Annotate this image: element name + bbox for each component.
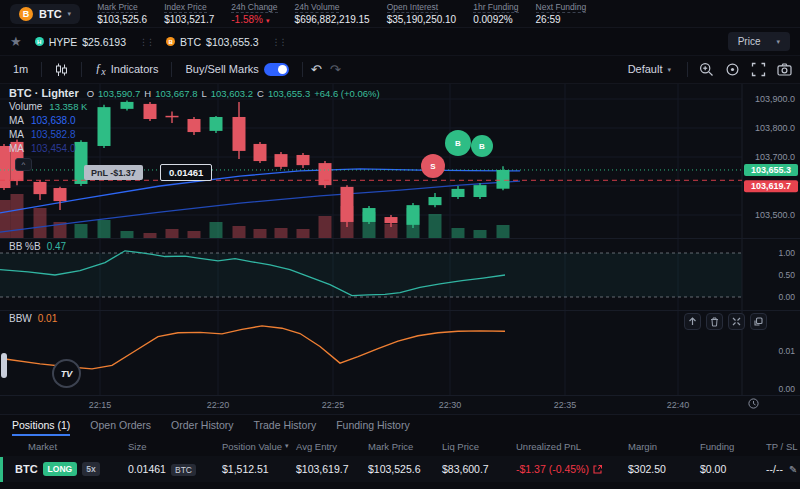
fullscreen-button[interactable] [751, 62, 766, 77]
move-pane-up-button[interactable] [684, 313, 701, 330]
col-position-value[interactable]: Position Value▾ [222, 441, 296, 452]
mark-price-cell: $103,525.6 [368, 463, 442, 475]
unrealized-pnl-cell: -$1.37 (-0.45%) [516, 463, 628, 475]
volume-bar [452, 228, 465, 238]
volume-bar [166, 229, 179, 238]
sort-caret-icon: ▾ [285, 442, 289, 450]
tab-open-orders[interactable]: Open Orders [90, 415, 151, 436]
candle-style-button[interactable] [50, 60, 73, 80]
funding-cell: $0.00 [700, 463, 766, 475]
collapse-pane-button[interactable] [728, 313, 745, 330]
legend-collapse-button[interactable]: ^ [15, 158, 32, 171]
tradingview-logo[interactable]: TV [52, 359, 81, 388]
divider [171, 62, 172, 77]
tab-trade-history[interactable]: Trade History [254, 415, 317, 436]
bb-percent-b-pane[interactable]: 1.000.500.00 [0, 238, 800, 310]
time-axis[interactable]: 22:1522:2022:2522:3022:3522:40 [0, 395, 800, 414]
tab-funding-history[interactable]: Funding History [336, 415, 410, 436]
volume-bar [497, 225, 510, 238]
candle-body [34, 182, 47, 194]
btc-coin-icon: B [19, 7, 33, 21]
divider [687, 62, 688, 77]
screenshot-button[interactable] [777, 63, 792, 76]
ohlc-legend-row: BTC · Lighter O103,590.7 H103,667.8 L103… [9, 87, 380, 101]
undo-button[interactable]: ↶ [311, 63, 322, 76]
bbw-pane-legend: BBW 0.01 [9, 313, 57, 324]
bbw-pane[interactable]: 0.010.00 [0, 310, 800, 395]
chart-settings-button[interactable] [725, 62, 740, 77]
position-size-chip[interactable]: 0.01461 [160, 164, 212, 181]
bottom-tabs-bar: Positions (1) Open Orders Order History … [0, 414, 800, 436]
size-unit-badge: BTC [171, 464, 196, 476]
stat-1hr-funding: 1hr Funding 0.0092% [473, 2, 518, 25]
tab-positions[interactable]: Positions (1) [12, 415, 70, 436]
toggle-knob [278, 65, 287, 74]
ma-label: MA [9, 129, 24, 140]
divider [302, 62, 303, 77]
liq-price-cell: $83,600.7 [442, 463, 516, 475]
leverage-badge[interactable]: 5x [82, 462, 99, 476]
maximize-pane-button[interactable] [750, 313, 767, 330]
candle-body [429, 197, 442, 205]
divider [41, 62, 42, 77]
ma2-value: 103,582.8 [31, 129, 76, 140]
volume-bar [210, 222, 223, 238]
col-label: Position Value [222, 441, 282, 452]
chevron-down-icon: ▾ [776, 38, 780, 46]
position-pnl-chip[interactable]: PnL -$1.37 [84, 165, 143, 180]
share-pnl-icon[interactable] [593, 465, 602, 474]
price-pane-legend: BTC · Lighter O103,590.7 H103,667.8 L103… [9, 87, 380, 157]
buy-sell-marks-toggle[interactable] [264, 63, 289, 76]
chevron-down-icon: ▾ [68, 10, 72, 18]
watch-chip-hype[interactable]: H HYPE $25.6193 [35, 36, 126, 48]
volume-bar [34, 208, 47, 238]
drag-handle-icon[interactable]: ⋮⋮ [272, 37, 286, 47]
redo-button[interactable]: ↷ [330, 63, 341, 76]
stat-value: $35,190,250.10 [387, 15, 457, 25]
drawing-toolbar-toggle[interactable] [1, 353, 7, 378]
zoom-in-button[interactable] [699, 62, 714, 77]
market-selector[interactable]: B BTC ▾ [10, 4, 80, 24]
tab-order-history[interactable]: Order History [171, 415, 233, 436]
col-size: Size [128, 441, 222, 452]
ma1-value: 103,638.0 [31, 115, 76, 126]
col-liq-price: Liq Price [442, 441, 516, 452]
ma1-legend-row: MA 103,638.0 [9, 115, 380, 129]
layout-preset-selector[interactable]: Default ▾ [623, 61, 676, 78]
candle-body [54, 188, 67, 201]
stat-label: Next Funding [536, 2, 587, 13]
stat-value: $103,525.6 [97, 15, 147, 25]
edit-tpsl-icon[interactable]: ✎ [789, 464, 797, 475]
marker-letter: B [479, 142, 485, 151]
stat-label: 1hr Funding [473, 2, 518, 13]
col-avg-entry: Avg Entry [296, 441, 368, 452]
time-axis-clock-icon[interactable] [748, 398, 759, 409]
stat-label: 24h Change [231, 2, 277, 13]
stat-label: Index Price [164, 2, 207, 13]
btc-coin-icon: B [166, 37, 175, 46]
pnl-value: -$1.37 (-0.45%) [516, 463, 589, 475]
candle-body [363, 208, 376, 222]
position-value-cell: $1,512.51 [222, 463, 296, 475]
bb-value: 0.47 [47, 241, 66, 252]
position-row[interactable]: BTC LONG 5x 0.01461BTC $1,512.51 $103,61… [0, 456, 800, 482]
chip-symbol: BTC [180, 36, 201, 48]
collapse-icon: ^ [22, 160, 26, 169]
symbol-label[interactable]: BTC · Lighter [9, 87, 79, 99]
buy-sell-marks-label: Buy/Sell Marks [185, 64, 258, 75]
favorites-star-icon[interactable]: ★ [10, 34, 22, 49]
watch-chip-btc[interactable]: B BTC $103,655.3 [166, 36, 259, 48]
drag-handle-icon[interactable]: ⋮⋮ [139, 37, 153, 47]
delete-pane-button[interactable] [706, 313, 723, 330]
chart-region: SBB103,900.0103,800.0103,700.0103,600.01… [0, 84, 800, 414]
indicators-button[interactable]: ƒx Indicators [90, 59, 163, 80]
stat-value: 0.0092% [473, 15, 518, 25]
price-display-selector[interactable]: Price ▾ [728, 32, 790, 51]
last-price-badge-label: 103,655.3 [751, 165, 791, 175]
candle-body [452, 189, 465, 197]
low-key: L [201, 88, 206, 99]
interval-button[interactable]: 1m [8, 61, 33, 78]
stat-next-funding: Next Funding 26:59 [536, 2, 587, 25]
ma3-legend-row: MA 103,454.0 [9, 143, 380, 157]
volume-bar [429, 214, 442, 238]
